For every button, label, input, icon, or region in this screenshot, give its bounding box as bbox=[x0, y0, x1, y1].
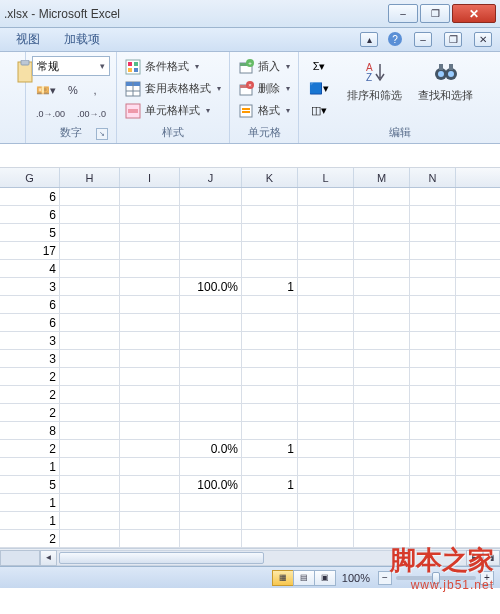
cell[interactable] bbox=[60, 368, 120, 385]
cell[interactable]: 6 bbox=[0, 206, 60, 223]
cell[interactable] bbox=[120, 368, 180, 385]
clear-button[interactable]: ◫▾ bbox=[305, 100, 333, 120]
cell[interactable] bbox=[180, 242, 242, 259]
cell[interactable]: 3 bbox=[0, 278, 60, 295]
cell[interactable] bbox=[120, 350, 180, 367]
cell[interactable] bbox=[120, 206, 180, 223]
cell[interactable] bbox=[354, 386, 410, 403]
cell[interactable] bbox=[298, 368, 354, 385]
cell[interactable] bbox=[298, 188, 354, 205]
cell[interactable] bbox=[410, 458, 456, 475]
cell[interactable] bbox=[60, 458, 120, 475]
cell[interactable] bbox=[60, 332, 120, 349]
cell[interactable] bbox=[242, 224, 298, 241]
cell[interactable] bbox=[120, 278, 180, 295]
cell[interactable] bbox=[60, 530, 120, 547]
cell[interactable] bbox=[60, 206, 120, 223]
decrease-decimal-button[interactable]: .00→.0 bbox=[73, 104, 110, 124]
cell[interactable] bbox=[242, 386, 298, 403]
cell[interactable] bbox=[120, 494, 180, 511]
cell[interactable] bbox=[242, 404, 298, 421]
tab-addins[interactable]: 加载项 bbox=[52, 27, 112, 51]
number-launcher[interactable]: ↘ bbox=[96, 128, 108, 140]
cell[interactable] bbox=[298, 458, 354, 475]
cell[interactable] bbox=[120, 458, 180, 475]
cell[interactable]: 2 bbox=[0, 386, 60, 403]
cell[interactable] bbox=[60, 512, 120, 529]
scroll-thumb[interactable] bbox=[59, 552, 264, 564]
sheet-tab-split[interactable] bbox=[0, 550, 40, 566]
cell[interactable] bbox=[242, 530, 298, 547]
cell[interactable] bbox=[410, 512, 456, 529]
cell[interactable] bbox=[410, 260, 456, 277]
cell[interactable]: 2 bbox=[0, 440, 60, 457]
number-format-dropdown[interactable]: 常规 bbox=[32, 56, 110, 76]
cell[interactable] bbox=[242, 458, 298, 475]
cell[interactable] bbox=[242, 188, 298, 205]
cell[interactable]: 6 bbox=[0, 296, 60, 313]
cell[interactable] bbox=[410, 332, 456, 349]
zoom-slider[interactable] bbox=[396, 576, 476, 580]
cell[interactable] bbox=[120, 242, 180, 259]
cell[interactable] bbox=[242, 296, 298, 313]
cell[interactable] bbox=[120, 476, 180, 493]
cell[interactable] bbox=[354, 422, 410, 439]
cell[interactable] bbox=[242, 512, 298, 529]
cell[interactable] bbox=[298, 296, 354, 313]
spreadsheet-grid[interactable]: 6651743100.0%16633222820.0%115100.0%1112 bbox=[0, 188, 500, 548]
cell[interactable] bbox=[298, 386, 354, 403]
cell[interactable] bbox=[120, 440, 180, 457]
cell[interactable] bbox=[354, 530, 410, 547]
cell[interactable] bbox=[242, 350, 298, 367]
cell[interactable] bbox=[242, 206, 298, 223]
accounting-format-button[interactable]: 💴▾ bbox=[32, 80, 60, 100]
cell[interactable] bbox=[410, 296, 456, 313]
cell[interactable] bbox=[60, 188, 120, 205]
cell[interactable] bbox=[354, 206, 410, 223]
comma-format-button[interactable]: , bbox=[86, 80, 104, 100]
cell[interactable]: 8 bbox=[0, 422, 60, 439]
workbook-close-button[interactable]: ✕ bbox=[474, 32, 492, 47]
maximize-button[interactable]: ❐ bbox=[420, 4, 450, 23]
cell[interactable]: 4 bbox=[0, 260, 60, 277]
cell[interactable] bbox=[298, 332, 354, 349]
cell[interactable]: 100.0% bbox=[180, 278, 242, 295]
cell[interactable] bbox=[242, 260, 298, 277]
column-header-I[interactable]: I bbox=[120, 168, 180, 187]
cell[interactable] bbox=[298, 224, 354, 241]
cell[interactable] bbox=[298, 422, 354, 439]
cell[interactable]: 1 bbox=[0, 512, 60, 529]
cell[interactable]: 6 bbox=[0, 188, 60, 205]
cell[interactable] bbox=[120, 530, 180, 547]
cell[interactable] bbox=[298, 242, 354, 259]
cell[interactable] bbox=[180, 332, 242, 349]
normal-view-button[interactable]: ▦ bbox=[272, 570, 294, 586]
zoom-handle[interactable] bbox=[432, 572, 440, 584]
column-header-J[interactable]: J bbox=[180, 168, 242, 187]
workbook-minimize-button[interactable]: – bbox=[414, 32, 432, 47]
cell[interactable] bbox=[180, 368, 242, 385]
cell[interactable]: 17 bbox=[0, 242, 60, 259]
cell[interactable] bbox=[120, 512, 180, 529]
cell[interactable] bbox=[298, 260, 354, 277]
scroll-right-button[interactable]: ► bbox=[466, 550, 483, 566]
cell[interactable] bbox=[60, 296, 120, 313]
cell[interactable] bbox=[410, 476, 456, 493]
zoom-in-button[interactable]: + bbox=[480, 571, 494, 585]
cell[interactable] bbox=[180, 260, 242, 277]
cell[interactable] bbox=[298, 440, 354, 457]
cell[interactable]: 6 bbox=[0, 314, 60, 331]
cell[interactable] bbox=[410, 530, 456, 547]
increase-decimal-button[interactable]: .0→.00 bbox=[32, 104, 69, 124]
cell[interactable] bbox=[298, 206, 354, 223]
delete-cells-button[interactable]: ×删除▾ bbox=[236, 78, 292, 99]
cell[interactable]: 0.0% bbox=[180, 440, 242, 457]
cell[interactable] bbox=[120, 422, 180, 439]
cell[interactable] bbox=[180, 512, 242, 529]
cell[interactable] bbox=[180, 224, 242, 241]
cell[interactable] bbox=[410, 278, 456, 295]
cell[interactable] bbox=[354, 476, 410, 493]
cell[interactable] bbox=[354, 458, 410, 475]
cell[interactable] bbox=[60, 440, 120, 457]
cell[interactable] bbox=[120, 404, 180, 421]
